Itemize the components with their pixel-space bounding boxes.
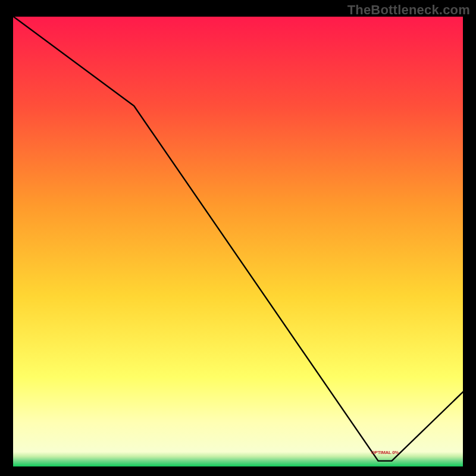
bottleneck-chart: OPTIMAL 0% <box>0 0 476 476</box>
chart-container: TheBottleneck.com OPTIMAL 0% <box>0 0 476 476</box>
watermark-label: TheBottleneck.com <box>347 2 470 18</box>
gradient-background <box>12 15 464 468</box>
plateau-label: OPTIMAL 0% <box>371 450 399 455</box>
